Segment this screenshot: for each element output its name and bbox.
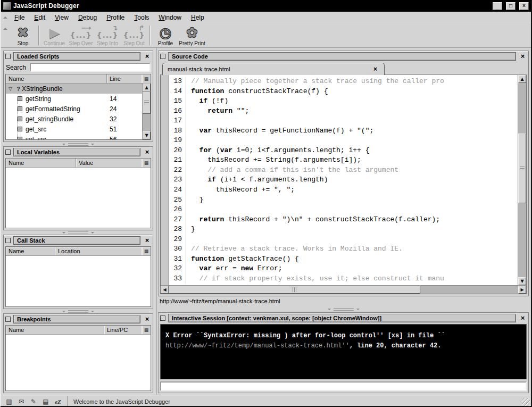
continue-button[interactable]: ▶Continue: [41, 24, 68, 46]
menu-help[interactable]: Help: [186, 12, 209, 23]
line-number[interactable]: 24: [169, 185, 186, 195]
resize-grip[interactable]: [522, 398, 530, 406]
float-panel-button[interactable]: [160, 315, 165, 321]
scroll-up-icon[interactable]: ▲: [143, 84, 151, 92]
menu-window[interactable]: Window: [154, 12, 186, 23]
close-panel-button[interactable]: ×: [519, 314, 527, 322]
line-number[interactable]: 30: [169, 244, 186, 254]
line-number[interactable]: 25: [169, 195, 186, 205]
close-panel-button[interactable]: ×: [143, 315, 151, 323]
menu-view[interactable]: View: [50, 12, 73, 23]
column-header-name[interactable]: Name: [6, 326, 104, 334]
float-panel-button[interactable]: [5, 54, 11, 59]
splitter-grippy[interactable]: [68, 310, 88, 313]
panel-splitter[interactable]: [3, 230, 153, 235]
menu-debug[interactable]: Debug: [73, 12, 102, 23]
notebook-icon[interactable]: ▤: [41, 397, 51, 406]
tree-row[interactable]: get_stringBundle32: [6, 114, 142, 124]
menu-file[interactable]: File: [10, 12, 29, 23]
line-number[interactable]: 18: [169, 126, 186, 136]
scroll-down-icon[interactable]: ▼: [143, 131, 151, 139]
line-number[interactable]: 28: [169, 225, 186, 235]
line-number[interactable]: 32: [169, 264, 186, 274]
line-number[interactable]: 16: [169, 106, 186, 117]
panel-splitter[interactable]: [158, 306, 529, 312]
signing-icon[interactable]: ✎: [29, 397, 38, 406]
scrollbar-thumb[interactable]: [518, 134, 526, 203]
step-into-button[interactable]: ↴{...}Step Into: [94, 24, 121, 46]
line-number[interactable]: 15: [169, 96, 186, 106]
stop-button[interactable]: ✖Stop: [10, 24, 36, 46]
line-number[interactable]: 33: [169, 274, 186, 284]
panel-splitter[interactable]: [3, 142, 153, 146]
tab-manual-stack-trace[interactable]: manual-stack-trace.html ×: [162, 63, 385, 75]
search-input[interactable]: [30, 63, 151, 72]
splitter-grippy[interactable]: [68, 231, 88, 234]
scroll-up-icon[interactable]: ▲: [518, 75, 526, 83]
scrollbar-track[interactable]: [143, 92, 151, 131]
line-number[interactable]: 27: [169, 215, 186, 225]
stripes-icon[interactable]: ▥: [4, 397, 14, 406]
scrollbar-track[interactable]: [518, 83, 526, 277]
close-panel-button[interactable]: ×: [143, 53, 151, 60]
ez-icon[interactable]: eZ: [53, 397, 63, 406]
mail-icon[interactable]: ✉: [16, 397, 26, 406]
scroll-right-icon[interactable]: ▶: [518, 286, 526, 294]
line-number[interactable]: 31: [169, 254, 186, 264]
close-panel-button[interactable]: ×: [143, 148, 151, 156]
scrollbar-thumb[interactable]: [169, 286, 420, 294]
line-number[interactable]: 19: [169, 136, 186, 146]
menubar-grippy[interactable]: [2, 13, 9, 22]
line-number[interactable]: 26: [169, 205, 186, 215]
column-header-name[interactable]: Name: [6, 247, 55, 255]
line-number[interactable]: 14: [169, 87, 186, 97]
toolbar-grippy[interactable]: [2, 24, 9, 33]
scroll-left-icon[interactable]: ◀: [161, 286, 169, 294]
maximize-button[interactable]: □: [506, 2, 516, 10]
splitter-grippy[interactable]: [68, 143, 88, 146]
column-header-value[interactable]: Value: [76, 159, 142, 167]
column-picker-icon[interactable]: ▦: [142, 326, 151, 334]
splitter-grippy[interactable]: [334, 308, 354, 311]
tree-row[interactable]: getFormattedString24: [6, 104, 142, 114]
line-number[interactable]: 21: [169, 155, 186, 165]
close-panel-button[interactable]: ×: [143, 237, 151, 244]
step-out-button[interactable]: ↱{...}Step Out: [121, 24, 147, 46]
source-horizontal-scrollbar[interactable]: ◀ ▶: [161, 285, 526, 294]
line-number[interactable]: 13: [169, 77, 186, 87]
tree-row[interactable]: set_src56: [6, 134, 142, 139]
menu-edit[interactable]: Edit: [29, 12, 50, 23]
scripts-scrollbar[interactable]: ▲ ▼: [142, 84, 151, 139]
tree-row-root[interactable]: ▽?XStringBundle: [6, 84, 142, 94]
float-panel-button[interactable]: [5, 238, 11, 243]
column-picker-icon[interactable]: ▦: [142, 247, 151, 255]
column-picker-icon[interactable]: ▦: [142, 159, 151, 167]
minimize-button[interactable]: _: [493, 2, 502, 10]
twisty-open-icon[interactable]: ▽: [6, 86, 15, 92]
column-header-line-pc[interactable]: Line/PC: [104, 326, 142, 334]
column-header-name[interactable]: Name: [6, 159, 76, 167]
line-number[interactable]: 22: [169, 165, 186, 176]
close-panel-button[interactable]: ×: [519, 53, 527, 60]
float-panel-button[interactable]: [5, 317, 11, 322]
source-view[interactable]: 13// Manually piece together a stack tra…: [160, 75, 527, 294]
close-button[interactable]: ×: [519, 2, 529, 10]
scrollbar-track[interactable]: [169, 286, 518, 294]
tree-row[interactable]: get_src51: [6, 124, 142, 134]
line-number[interactable]: 29: [169, 235, 186, 245]
float-panel-button[interactable]: [160, 54, 165, 59]
scrollbar-thumb[interactable]: [143, 92, 151, 114]
line-number[interactable]: 17: [169, 116, 186, 126]
tree-row[interactable]: getString14: [6, 94, 142, 104]
scroll-down-icon[interactable]: ▼: [518, 277, 526, 285]
panel-splitter[interactable]: [3, 309, 153, 313]
menu-profile[interactable]: Profile: [102, 12, 129, 23]
line-number[interactable]: 20: [169, 146, 186, 156]
column-picker-icon[interactable]: ▦: [142, 74, 151, 83]
column-header-line[interactable]: Line: [107, 74, 142, 83]
pretty-print-button[interactable]: ✿Pretty Print: [179, 24, 205, 46]
menu-tools[interactable]: Tools: [129, 12, 154, 23]
step-over-button[interactable]: ⟶{...}Step Over: [68, 24, 94, 46]
profile-button[interactable]: ◷Profile: [152, 24, 179, 46]
line-number[interactable]: 23: [169, 175, 186, 185]
